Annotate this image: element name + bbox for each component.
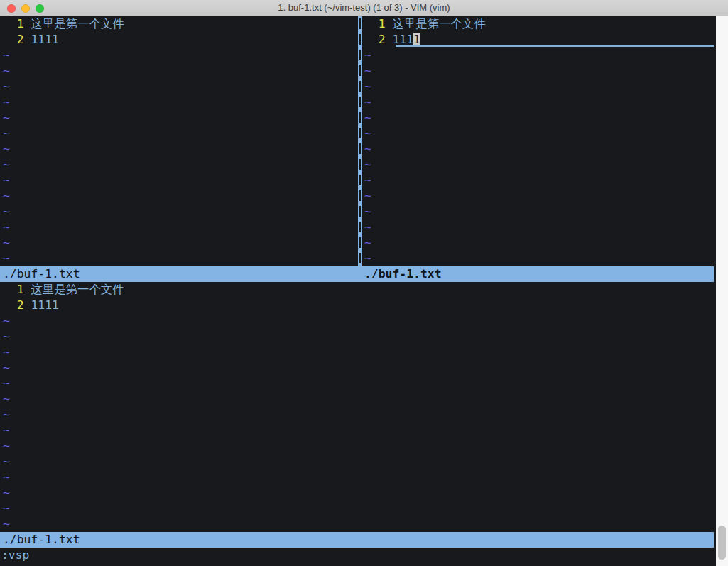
tilde-marker: ~ [3, 64, 10, 77]
tilde-marker: ~ [364, 111, 371, 124]
empty-line: ~ [3, 313, 714, 329]
empty-line: ~ [3, 235, 358, 251]
line-number: 1 [3, 17, 31, 31]
empty-line: ~ [364, 251, 714, 266]
empty-line: ~ [3, 94, 358, 110]
empty-line: ~ [3, 501, 714, 516]
tilde-marker: ~ [3, 158, 10, 171]
empty-line: ~ [3, 63, 358, 79]
empty-line: ~ [364, 157, 714, 173]
tilde-marker: ~ [364, 142, 371, 156]
tilde-marker: ~ [364, 95, 371, 109]
tilde-marker: ~ [3, 345, 10, 359]
empty-line: ~ [3, 141, 358, 157]
titlebar[interactable]: 1. buf-1.txt (~/vim-test) (1 of 3) - VIM… [0, 0, 728, 16]
tilde-marker: ~ [3, 220, 10, 234]
line-number: 1 [3, 283, 31, 296]
statusline-filename-bottom: ./buf-1.txt [3, 532, 80, 548]
empty-line: ~ [3, 376, 714, 391]
tilde-marker: ~ [3, 48, 10, 62]
tilde-marker: ~ [364, 236, 371, 249]
line-number: 2 [364, 33, 392, 46]
vim-window-top-right[interactable]: 1 这里是第一个文件 2 1111~~~~~~~~~~~~~~ [362, 16, 714, 266]
empty-line: ~ [3, 188, 358, 204]
line-number: 2 [3, 298, 31, 312]
empty-line: ~ [3, 407, 714, 423]
tilde-marker: ~ [3, 111, 10, 124]
tilde-marker: ~ [3, 330, 10, 343]
empty-line: ~ [364, 126, 714, 141]
vim-window-top-left[interactable]: 1 这里是第一个文件 2 1111~~~~~~~~~~~~~~ [0, 16, 358, 266]
empty-line: ~ [3, 360, 714, 376]
empty-line: ~ [364, 94, 714, 110]
tilde-marker: ~ [364, 158, 371, 171]
tilde-marker: ~ [364, 205, 371, 218]
empty-line: ~ [3, 251, 358, 266]
tilde-marker: ~ [3, 392, 10, 406]
empty-line: ~ [3, 173, 358, 188]
statusline-filename-right: ./buf-1.txt [364, 266, 442, 282]
tilde-marker: ~ [3, 205, 10, 218]
tilde-marker: ~ [3, 376, 10, 390]
scrollbar-thumb[interactable] [718, 526, 726, 560]
tilde-marker: ~ [3, 126, 10, 140]
traffic-lights [7, 4, 44, 13]
empty-line: ~ [3, 469, 714, 485]
tilde-marker: ~ [3, 314, 10, 327]
empty-line: ~ [364, 141, 714, 157]
tilde-marker: ~ [364, 189, 371, 202]
empty-line: ~ [364, 63, 714, 79]
vim-window-bottom[interactable]: 1 这里是第一个文件 2 1111~~~~~~~~~~~~~~ [0, 282, 714, 532]
tilde-marker: ~ [3, 142, 10, 156]
empty-line: ~ [364, 48, 714, 63]
tilde-marker: ~ [3, 423, 10, 437]
vim-editor: 1 这里是第一个文件 2 1111~~~~~~~~~~~~~~ 1 这里是第一个… [0, 16, 716, 566]
tilde-marker: ~ [3, 439, 10, 452]
empty-line: ~ [3, 423, 714, 438]
empty-line: ~ [364, 188, 714, 204]
tilde-marker: ~ [3, 95, 10, 109]
tilde-marker: ~ [3, 470, 10, 484]
tilde-marker: ~ [3, 80, 10, 93]
tilde-marker: ~ [364, 48, 371, 62]
buffer-line: 1 这里是第一个文件 [3, 16, 358, 32]
buffer-line: 1 这里是第一个文件 [364, 16, 714, 32]
window-title: 1. buf-1.txt (~/vim-test) (1 of 3) - VIM… [0, 0, 728, 16]
tilde-marker: ~ [3, 361, 10, 374]
buffer-line: 2 1111 [3, 298, 714, 313]
empty-line: ~ [3, 110, 358, 126]
empty-line: ~ [364, 204, 714, 219]
empty-line: ~ [3, 48, 358, 63]
buffer-text: 1111 [31, 33, 58, 46]
empty-line: ~ [3, 204, 358, 219]
buffer-text: 这里是第一个文件 [31, 283, 124, 296]
scrollbar[interactable] [716, 16, 728, 566]
tilde-marker: ~ [3, 189, 10, 202]
buffer-text: 111 [392, 33, 413, 46]
buffer-text: 这里是第一个文件 [392, 17, 485, 31]
tilde-marker: ~ [364, 64, 371, 77]
statusline-top: ./buf-1.txt ./buf-1.txt [0, 266, 714, 282]
tilde-marker: ~ [364, 80, 371, 93]
tilde-marker: ~ [3, 501, 10, 515]
vim-cursor: 1 [413, 33, 420, 46]
empty-line: ~ [3, 438, 714, 454]
empty-line: ~ [3, 79, 358, 94]
empty-line: ~ [3, 516, 714, 532]
buffer-text: 1111 [31, 298, 58, 312]
tilde-marker: ~ [364, 220, 371, 234]
fullscreen-button[interactable] [36, 4, 44, 13]
statusline-bottom: ./buf-1.txt [0, 532, 714, 548]
empty-line: ~ [3, 454, 714, 469]
tilde-marker: ~ [3, 236, 10, 249]
line-number: 1 [364, 17, 392, 31]
empty-line: ~ [364, 219, 714, 235]
line-number: 2 [3, 33, 31, 46]
tilde-marker: ~ [3, 486, 10, 499]
minimize-button[interactable] [21, 4, 30, 13]
close-button[interactable] [7, 4, 16, 13]
tilde-marker: ~ [364, 126, 371, 140]
command-line[interactable]: :vsp [0, 548, 714, 566]
empty-line: ~ [3, 219, 358, 235]
buffer-line: 2 1111 [3, 32, 358, 48]
